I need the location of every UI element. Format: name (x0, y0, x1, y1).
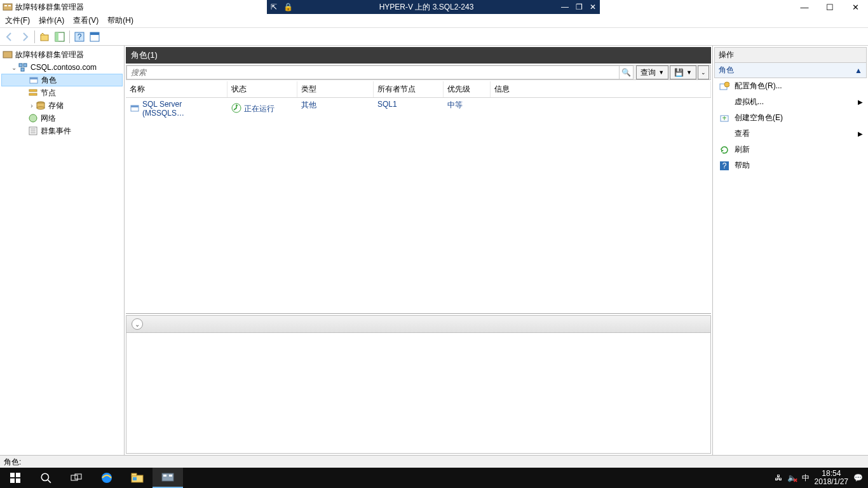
roles-icon (29, 75, 39, 85)
col-name[interactable]: 名称 (126, 81, 227, 97)
svg-point-39 (41, 473, 48, 480)
help-button[interactable]: ? (72, 30, 86, 44)
taskbar-ie[interactable] (92, 468, 122, 488)
configure-icon (719, 81, 729, 92)
svg-rect-15 (30, 78, 37, 79)
col-state[interactable]: 状态 (227, 81, 297, 97)
svg-rect-49 (169, 475, 172, 477)
action-help[interactable]: ? 帮助 (714, 158, 867, 173)
taskbar-cluster-manager[interactable] (153, 468, 183, 488)
svg-rect-41 (71, 475, 78, 480)
col-info[interactable]: 信息 (491, 81, 711, 97)
action-vm[interactable]: 虚拟机... ▶ (714, 94, 867, 110)
action-create-empty-role[interactable]: + 创建空角色(E) (714, 110, 867, 126)
taskbar-explorer[interactable] (122, 468, 153, 488)
app-icon (3, 2, 13, 12)
svg-point-20 (37, 107, 44, 109)
tray-network-icon[interactable]: 🖧 (775, 473, 782, 482)
tree-item-label: 群集事件 (41, 126, 71, 137)
start-button[interactable] (0, 468, 31, 488)
lock-icon[interactable]: 🔒 (281, 3, 295, 11)
vm-close-button[interactable]: ✕ (586, 3, 600, 11)
center-pane: 角色(1) 🔍 查询▼ 💾▼ ⌄ 名称 状态 类型 所有者节点 优先级 信息 S… (125, 46, 713, 455)
tray-notifications-icon[interactable]: 💬 (853, 473, 863, 482)
tree-item-events[interactable]: 群集事件 (1, 125, 123, 137)
col-type[interactable]: 类型 (297, 81, 374, 97)
vm-minimize-button[interactable]: — (558, 3, 572, 11)
detail-toggle-bar[interactable]: ⌄ (126, 315, 711, 333)
svg-point-43 (102, 473, 112, 483)
tray-ime[interactable]: 中 (802, 473, 810, 484)
collapse-icon: ▲ (855, 66, 862, 75)
menubar: 文件(F) 操作(A) 查看(V) 帮助(H) (0, 14, 868, 28)
svg-rect-17 (29, 93, 37, 95)
svg-rect-2 (8, 5, 11, 6)
window-maximize-button[interactable]: ☐ (817, 0, 843, 14)
svg-rect-45 (132, 473, 137, 476)
up-button[interactable] (37, 30, 51, 44)
action-configure-role[interactable]: 配置角色(R)... (714, 78, 867, 94)
main-area: 故障转移群集管理器 ⌄ CSQL.contoso.com 角色 节点 › 存储 … (0, 46, 868, 455)
search-icon[interactable]: 🔍 (620, 65, 634, 79)
center-heading: 角色(1) (126, 47, 711, 64)
tree-root[interactable]: 故障转移群集管理器 (1, 48, 123, 61)
search-input[interactable] (126, 65, 620, 79)
svg-text:+: + (722, 114, 726, 123)
query-button[interactable]: 查询▼ (636, 65, 668, 79)
tree-cluster-label: CSQL.contoso.com (31, 63, 97, 72)
tree-item-networks[interactable]: 网络 (1, 112, 123, 125)
refresh-icon (719, 145, 729, 155)
pin-icon[interactable]: ⇱ (267, 3, 281, 11)
tree-item-storage[interactable]: › 存储 (1, 99, 123, 112)
vm-restore-button[interactable]: ❐ (572, 3, 586, 11)
submenu-arrow-icon: ▶ (858, 98, 863, 105)
show-hide-tree-button[interactable] (53, 30, 67, 44)
menu-view[interactable]: 查看(V) (73, 15, 98, 26)
expander-icon[interactable]: › (28, 102, 36, 109)
save-button[interactable]: 💾▼ (670, 65, 696, 79)
menu-file[interactable]: 文件(F) (5, 15, 30, 26)
action-refresh[interactable]: 刷新 (714, 142, 867, 158)
tree-cluster[interactable]: ⌄ CSQL.contoso.com (1, 61, 123, 74)
events-icon (28, 126, 38, 136)
nav-back-button[interactable] (3, 30, 17, 44)
col-priority[interactable]: 优先级 (444, 81, 491, 97)
row-name: SQL Server (MSSQLS… (142, 100, 224, 118)
svg-rect-46 (133, 477, 137, 480)
window-minimize-button[interactable]: — (792, 0, 817, 14)
nav-forward-button[interactable] (18, 30, 32, 44)
svg-text:?: ? (78, 32, 82, 41)
row-type: 其他 (297, 100, 374, 118)
grid-header: 名称 状态 类型 所有者节点 优先级 信息 (126, 81, 711, 98)
svg-rect-10 (3, 51, 12, 58)
running-icon (231, 103, 241, 115)
tree-item-nodes[interactable]: 节点 (1, 86, 123, 99)
svg-rect-1 (4, 5, 7, 6)
search-button[interactable] (31, 468, 61, 488)
properties-button[interactable] (88, 30, 102, 44)
app-title: 故障转移群集管理器 (15, 2, 84, 13)
menu-action[interactable]: 操作(A) (39, 15, 64, 26)
tree-item-label: 角色 (41, 75, 57, 86)
window-close-button[interactable]: ✕ (843, 0, 868, 14)
expander-icon[interactable]: ⌄ (10, 64, 18, 71)
actions-group[interactable]: 角色 ▲ (714, 63, 867, 78)
row-priority: 中等 (444, 100, 491, 118)
tree-item-label: 存储 (48, 100, 64, 111)
titlebar: 故障转移群集管理器 ⇱ 🔒 HYPER-V 上的 3.SQL2-243 — ❐ … (0, 0, 868, 14)
tree-item-roles[interactable]: 角色 (1, 74, 123, 86)
tray-volume-icon[interactable]: 🔈✖ (787, 473, 797, 482)
tray-clock[interactable]: 18:54 2018/1/27 (815, 470, 848, 486)
grid-row[interactable]: SQL Server (MSSQLS… 正在运行 其他 SQL1 中等 (126, 98, 711, 119)
menu-help[interactable]: 帮助(H) (107, 15, 133, 26)
svg-rect-35 (10, 473, 15, 477)
expand-collapse-button[interactable]: ⌄ (698, 65, 709, 79)
grid-body: SQL Server (MSSQLS… 正在运行 其他 SQL1 中等 (126, 98, 711, 314)
tree-item-label: 节点 (41, 88, 56, 98)
action-view[interactable]: 查看 ▶ (714, 126, 867, 142)
col-owner[interactable]: 所有者节点 (374, 81, 444, 97)
svg-rect-47 (162, 473, 173, 481)
task-view-button[interactable] (61, 468, 92, 488)
svg-rect-27 (131, 105, 139, 107)
taskbar: 🖧 🔈✖ 中 18:54 2018/1/27 💬 (0, 468, 868, 488)
